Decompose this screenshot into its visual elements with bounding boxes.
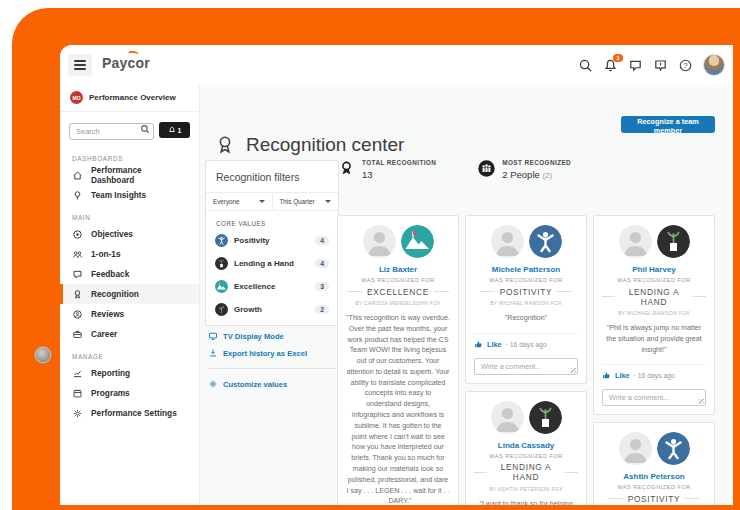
period-dropdown[interactable]: This Quarter [272, 193, 339, 210]
recipient-name-link[interactable]: Liz Baxter [346, 265, 450, 274]
recipient-name-link[interactable]: Phil Harvey [602, 265, 706, 274]
messages-icon[interactable] [628, 58, 643, 73]
comment-input[interactable] [474, 358, 578, 375]
sidebar-item-programs[interactable]: Programs [60, 383, 199, 403]
notification-badge: 3 [613, 54, 623, 62]
hamburger-menu-icon[interactable] [68, 54, 92, 76]
core-value-positivity[interactable]: Positivity 4 [206, 229, 338, 252]
recognition-message: "I want to thank so for helping the mark… [474, 499, 578, 505]
recognition-card: Ashtin Peterson WAS RECOGNIZED FOR POSIT… [593, 422, 715, 505]
export-history-link[interactable]: Export history as Excel [208, 348, 336, 358]
like-timestamp: 16 days ago [634, 372, 675, 379]
sidebar-item-1-on-1s[interactable]: 1-on-1s [60, 244, 199, 264]
notifications-bell-icon[interactable]: 3 [603, 58, 618, 73]
sidebar-item-label: Feedback [91, 269, 129, 279]
recognized-for-label: WAS RECOGNIZED FOR [346, 277, 450, 283]
like-row: Like 16 days ago [474, 333, 578, 349]
sidebar-item-objectives[interactable]: Objectives [60, 224, 199, 244]
bezel-button [36, 348, 50, 362]
most-recognized-stat: MOST RECOGNIZED 2 People (2) [478, 159, 571, 180]
section-label-dashboards: DASHBOARDS [60, 146, 199, 165]
positivity-badge-icon [657, 432, 690, 465]
customize-values-link[interactable]: Customize values [208, 379, 336, 389]
sidebar-item-performance-dashboard[interactable]: Performance Dashboard [60, 165, 199, 185]
core-value-lending-a-hand[interactable]: Lending a Hand 4 [206, 252, 338, 275]
sidebar-item-reviews[interactable]: Reviews [60, 304, 199, 324]
recognized-for-label: WAS RECOGNIZED FOR [474, 453, 578, 459]
core-value-growth[interactable]: Growth 2 [206, 298, 338, 325]
most-recognized-suffix: (2) [542, 171, 552, 180]
sidebar-item-label: Reporting [91, 368, 130, 378]
reporting-icon [72, 368, 83, 379]
core-values-label: CORE VALUES [206, 211, 338, 229]
growth-badge-icon [215, 303, 228, 316]
recognition-card: Liz Baxter WAS RECOGNIZED FOR EXCELLENCE… [337, 215, 459, 505]
recognition-medal-icon [214, 134, 236, 156]
recipient-name-link[interactable]: Michele Patterson [474, 265, 578, 274]
recognition-value: EXCELLENCE [346, 287, 450, 297]
sidebar-item-label: Objectives [91, 229, 133, 239]
sidebar-item-career[interactable]: Career [60, 324, 199, 344]
like-button[interactable]: Like [615, 371, 630, 380]
workspace-switcher[interactable]: MO Performance Overview [60, 85, 199, 112]
most-recognized-value[interactable]: 2 People [502, 169, 540, 180]
recognize-team-member-button[interactable]: Recognize a team member [621, 116, 715, 133]
workspace-label: Performance Overview [89, 93, 176, 102]
recognized-by: BY MICHAEL RAWSON FOX [602, 310, 706, 316]
section-label-main: MAIN [60, 205, 199, 224]
audience-dropdown[interactable]: Everyone [206, 193, 272, 210]
alerts-button[interactable]: 1 [159, 122, 190, 138]
link-label: TV Display Mode [223, 332, 284, 341]
sidebar-item-reporting[interactable]: Reporting [60, 363, 199, 383]
core-value-name: Excellence [234, 282, 309, 291]
card-avatars [474, 225, 578, 258]
link-label: Customize values [223, 380, 287, 389]
core-value-count: 4 [315, 236, 329, 245]
comment-input[interactable] [602, 389, 706, 406]
programs-icon [72, 388, 83, 399]
comment-box [602, 386, 706, 406]
total-recognition-stat: TOTAL RECOGNITION 13 [338, 159, 436, 180]
recipient-name-link[interactable]: Ashtin Peterson [602, 472, 706, 481]
excellence-badge-icon [401, 225, 434, 258]
recognition-value: POSITIVITY [474, 287, 578, 297]
thumbs-up-icon [474, 340, 483, 349]
filter-dropdowns: Everyone This Quarter [206, 193, 338, 211]
reviews-icon [72, 309, 83, 320]
sidebar-item-recognition[interactable]: Recognition [60, 284, 199, 304]
paycor-logo: Paycor [102, 55, 150, 71]
search-icon[interactable] [578, 58, 593, 73]
core-value-count: 3 [315, 282, 329, 291]
stat-value: 2 People (2) [502, 169, 571, 180]
filter-side-links: TV Display Mode Export history as Excel … [208, 331, 336, 389]
avatar [619, 225, 652, 258]
download-icon [208, 348, 218, 358]
like-timestamp: 16 days ago [506, 341, 547, 348]
app-window: Paycor 3 ? [60, 45, 733, 505]
recipient-name-link[interactable]: Linda Cassady [474, 441, 578, 450]
tv-icon [208, 331, 218, 341]
stat-label: TOTAL RECOGNITION [362, 159, 436, 166]
tv-display-mode-link[interactable]: TV Display Mode [208, 331, 336, 341]
topbar-icons: 3 ? [578, 45, 725, 85]
card-avatars [602, 225, 706, 258]
avatar [491, 401, 524, 434]
help-icon[interactable]: ? [678, 58, 693, 73]
core-value-excellence[interactable]: Excellence 3 [206, 275, 338, 298]
lending-a-hand-badge-icon [657, 225, 690, 258]
avatar [491, 225, 524, 258]
feedback-bubble-icon[interactable] [653, 58, 668, 73]
sidebar-item-feedback[interactable]: Feedback [60, 264, 199, 284]
sidebar-item-team-insights[interactable]: Team Insights [60, 185, 199, 205]
recognition-value: LENDING A HAND [602, 287, 706, 307]
recognition-message: "Recognition" [474, 313, 578, 324]
sidebar-item-performance-settings[interactable]: Performance Settings [60, 403, 199, 423]
recognition-value: POSITIVITY [602, 494, 706, 504]
recognition-card: Michele Patterson WAS RECOGNIZED FOR POS… [465, 215, 587, 384]
like-button[interactable]: Like [487, 340, 502, 349]
avatar [363, 225, 396, 258]
recognition-message: "Phil is always jump no matter the situa… [602, 323, 706, 355]
user-avatar[interactable] [703, 54, 725, 76]
settings-icon [72, 408, 83, 419]
workspace-avatar: MO [70, 91, 83, 104]
